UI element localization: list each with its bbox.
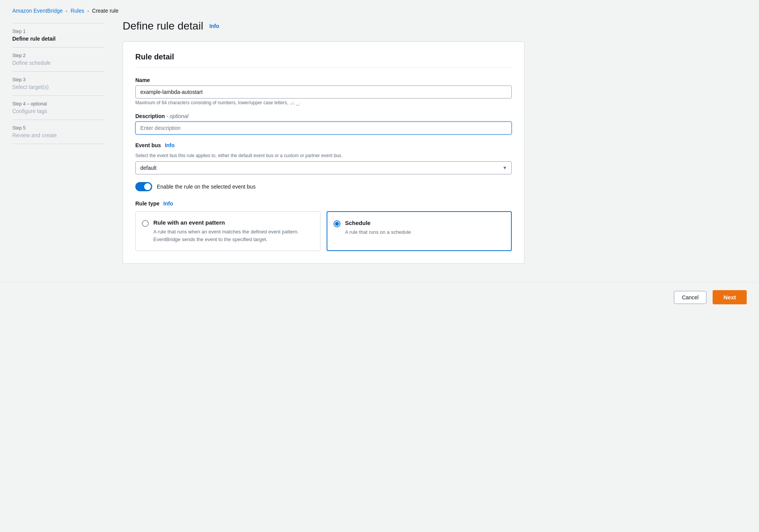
enable-rule-toggle-row: Enable the rule on the selected event bu… xyxy=(135,182,512,191)
event-pattern-content: Rule with an event pattern A rule that r… xyxy=(153,219,312,243)
step-1-number: Step 1 xyxy=(12,29,104,34)
page-title-row: Define rule detail Info xyxy=(123,20,524,32)
step-1-name: Define rule detail xyxy=(12,36,104,42)
step-4-name: Configure tags xyxy=(12,108,104,114)
cancel-button[interactable]: Cancel xyxy=(674,291,707,304)
step-4[interactable]: Step 4 – optional Configure tags xyxy=(12,96,104,120)
schedule-desc: A rule that runs on a schedule xyxy=(345,228,411,236)
rule-type-section: Rule type Info Rule with an event patter… xyxy=(135,200,512,251)
name-hint: Maximum of 64 characters consisting of n… xyxy=(135,100,512,105)
step-5-name: Review and create xyxy=(12,132,104,138)
rule-type-event-pattern-card[interactable]: Rule with an event pattern A rule that r… xyxy=(135,211,320,251)
rule-detail-card: Rule detail Name Maximum of 64 character… xyxy=(123,41,524,264)
event-bus-select-wrapper: default ▼ xyxy=(135,161,512,174)
step-2[interactable]: Step 2 Define schedule xyxy=(12,48,104,72)
name-form-group: Name Maximum of 64 characters consisting… xyxy=(135,77,512,105)
breadcrumb-parent[interactable]: Rules xyxy=(71,8,84,14)
step-5[interactable]: Step 5 Review and create xyxy=(12,120,104,144)
breadcrumb-sep-1: › xyxy=(66,8,67,14)
name-label: Name xyxy=(135,77,512,83)
description-input[interactable] xyxy=(135,122,512,135)
page-title: Define rule detail xyxy=(123,20,203,32)
step-2-number: Step 2 xyxy=(12,53,104,58)
description-form-group: Description - optional xyxy=(135,113,512,135)
breadcrumb-sep-2: › xyxy=(87,8,89,14)
rule-type-grid: Rule with an event pattern A rule that r… xyxy=(135,211,512,251)
name-input[interactable] xyxy=(135,85,512,99)
rule-type-label: Rule type xyxy=(135,200,159,207)
toggle-label: Enable the rule on the selected event bu… xyxy=(157,184,256,190)
step-3-name: Select target(s) xyxy=(12,84,104,90)
event-pattern-title: Rule with an event pattern xyxy=(153,219,312,226)
event-bus-info-link[interactable]: Info xyxy=(165,142,175,148)
event-bus-form-group: Event bus Info Select the event bus this… xyxy=(135,142,512,174)
breadcrumb: Amazon EventBridge › Rules › Create rule xyxy=(0,0,759,20)
rule-type-label-row: Rule type Info xyxy=(135,200,512,207)
step-4-number: Step 4 – optional xyxy=(12,101,104,107)
breadcrumb-current: Create rule xyxy=(92,8,118,14)
schedule-content: Schedule A rule that runs on a schedule xyxy=(345,220,411,236)
page-footer: Cancel Next xyxy=(0,282,759,312)
event-pattern-desc: A rule that runs when an event matches t… xyxy=(153,228,312,243)
step-1[interactable]: Step 1 Define rule detail xyxy=(12,23,104,48)
event-bus-label-row: Event bus Info xyxy=(135,142,512,148)
enable-rule-toggle[interactable] xyxy=(135,182,152,191)
breadcrumb-root[interactable]: Amazon EventBridge xyxy=(12,8,63,14)
next-button[interactable]: Next xyxy=(713,290,747,304)
event-bus-select[interactable]: default xyxy=(135,161,512,174)
step-5-number: Step 5 xyxy=(12,125,104,131)
sidebar: Step 1 Define rule detail Step 2 Define … xyxy=(12,20,104,264)
page-info-link[interactable]: Info xyxy=(209,23,219,29)
description-optional: - optional xyxy=(166,113,189,119)
card-title: Rule detail xyxy=(135,53,512,68)
step-3[interactable]: Step 3 Select target(s) xyxy=(12,72,104,96)
schedule-radio[interactable] xyxy=(334,220,340,227)
event-pattern-radio[interactable] xyxy=(142,220,149,227)
event-bus-hint: Select the event bus this rule applies t… xyxy=(135,153,512,158)
step-3-number: Step 3 xyxy=(12,77,104,82)
step-2-name: Define schedule xyxy=(12,60,104,66)
schedule-title: Schedule xyxy=(345,220,411,226)
rule-type-schedule-card[interactable]: Schedule A rule that runs on a schedule xyxy=(327,211,512,251)
event-bus-label: Event bus xyxy=(135,142,161,148)
rule-type-info-link[interactable]: Info xyxy=(163,200,173,207)
main-content: Define rule detail Info Rule detail Name… xyxy=(104,20,524,264)
description-label: Description - optional xyxy=(135,113,512,119)
